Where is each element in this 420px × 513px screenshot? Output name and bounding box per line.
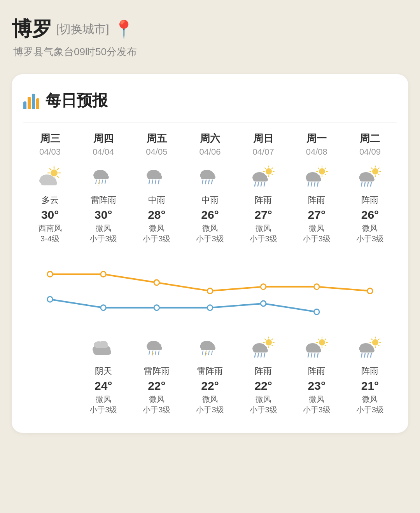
- svg-line-26: [152, 180, 153, 184]
- chart-icon: [23, 92, 39, 109]
- day-col-4: 周日 04/07 阵雨 27° 微风 小于3级: [237, 132, 290, 246]
- svg-line-118: [202, 351, 203, 355]
- svg-point-53: [319, 168, 325, 174]
- svg-line-109: [149, 351, 150, 355]
- svg-line-168: [364, 353, 365, 357]
- temp-high: 28°: [148, 208, 165, 222]
- svg-line-6: [57, 176, 58, 177]
- svg-line-66: [311, 182, 312, 186]
- temp-high: 30°: [94, 208, 112, 222]
- weather-desc-bottom: 阴天: [95, 365, 112, 377]
- svg-rect-166: [360, 349, 374, 352]
- svg-line-161: [378, 345, 379, 346]
- svg-line-34: [205, 180, 206, 184]
- svg-line-75: [378, 174, 379, 175]
- svg-line-120: [208, 351, 209, 355]
- svg-point-92: [47, 297, 52, 302]
- weather-icon-top: [145, 163, 168, 190]
- weather-icon-bottom: [305, 334, 328, 361]
- day-date: 04/06: [199, 147, 220, 161]
- location-icon[interactable]: 📍: [113, 19, 135, 39]
- svg-line-160: [371, 339, 372, 340]
- weather-icon-top: [358, 163, 382, 190]
- day-date: 04/03: [39, 147, 61, 161]
- header: 博罗 [切换城市] 📍 博罗县气象台09时50分发布: [12, 16, 408, 59]
- day-col-low-3: 阵雨 22° 微风 小于3级: [237, 332, 290, 417]
- day-col-1: 周四 04/04 雷阵雨 30° 微风 小于3级: [77, 132, 130, 246]
- wind-type-top: 微风: [256, 223, 271, 234]
- svg-line-145: [325, 345, 326, 346]
- wind-type-top: 微风: [96, 223, 111, 234]
- svg-line-84: [371, 182, 371, 186]
- svg-point-94: [154, 305, 159, 311]
- switch-city-label[interactable]: [切换城市]: [56, 21, 109, 37]
- svg-line-36: [212, 180, 212, 184]
- svg-line-33: [202, 180, 203, 184]
- wind-level-bottom: 小于3级: [89, 405, 117, 415]
- svg-point-93: [101, 305, 106, 311]
- wind-type-bottom: 微风: [202, 394, 218, 405]
- svg-line-135: [255, 353, 256, 357]
- svg-line-43: [272, 174, 273, 175]
- day-col-2: 周五 04/05 中雨 28° 微风 小于3级: [130, 132, 183, 246]
- svg-line-83: [368, 182, 368, 186]
- day-date: 04/08: [306, 147, 327, 161]
- weather-desc-bottom: 雷阵雨: [197, 365, 223, 377]
- svg-line-151: [308, 353, 309, 357]
- svg-rect-24: [147, 175, 162, 179]
- day-name: 周三: [40, 132, 60, 147]
- svg-point-86: [101, 272, 106, 277]
- weather-desc-bottom: 阵雨: [361, 365, 378, 377]
- wind-level-top: 3-4级: [40, 234, 60, 244]
- weather-icon-top: [198, 163, 222, 190]
- weather-icon-top: [38, 163, 62, 190]
- weather-desc-top: 阵雨: [255, 194, 272, 206]
- wind-type-bottom: 微风: [96, 394, 111, 405]
- svg-point-155: [372, 339, 378, 345]
- weather-desc-bottom: 雷阵雨: [144, 365, 170, 377]
- publish-info: 博罗县气象台09时50分发布: [13, 45, 408, 59]
- temp-high: 30°: [41, 208, 59, 222]
- weather-desc-top: 中雨: [148, 194, 165, 206]
- weather-icon-bottom: [358, 334, 382, 361]
- wind-level-bottom: 小于3级: [196, 405, 224, 415]
- svg-line-59: [325, 174, 326, 175]
- day-date: 04/04: [93, 147, 114, 161]
- temp-low: 22°: [254, 379, 272, 393]
- temp-high: 27°: [308, 208, 326, 222]
- svg-line-154: [317, 353, 318, 357]
- svg-line-146: [325, 339, 326, 340]
- svg-line-58: [318, 168, 319, 169]
- svg-point-37: [266, 168, 272, 174]
- svg-point-87: [154, 280, 159, 285]
- temp-high: 27°: [254, 208, 272, 222]
- city-title: 博罗 [切换城市] 📍: [12, 16, 408, 43]
- weather-icon-top: [252, 163, 275, 190]
- weather-desc-top: 阵雨: [361, 194, 378, 206]
- wind-level-bottom: 小于3级: [356, 405, 384, 415]
- svg-line-167: [361, 353, 362, 357]
- day-col-low-1: 雷阵雨 22° 微风 小于3级: [130, 332, 183, 417]
- svg-rect-48: [253, 178, 268, 181]
- day-date: 04/07: [253, 147, 274, 161]
- wind-level-top: 小于3级: [356, 234, 384, 244]
- svg-point-0: [51, 169, 58, 176]
- svg-point-123: [266, 339, 272, 345]
- svg-line-170: [371, 353, 371, 357]
- svg-point-139: [319, 339, 325, 345]
- temp-low: 22°: [201, 379, 219, 393]
- temp-low: 23°: [308, 379, 326, 393]
- svg-line-25: [149, 180, 150, 184]
- svg-rect-101: [93, 349, 111, 355]
- wind-level-top: 小于3级: [303, 234, 331, 244]
- day-name: 周四: [93, 132, 114, 147]
- svg-line-76: [378, 168, 379, 169]
- weather-desc-bottom: 阵雨: [255, 365, 272, 377]
- weather-icon-top: [92, 163, 115, 190]
- svg-line-18: [102, 180, 103, 184]
- wind-type-bottom: 微风: [149, 394, 164, 405]
- city-name: 博罗: [12, 16, 52, 43]
- card-header: 每日预报: [23, 90, 397, 111]
- days-grid-bottom: 阴天 24° 微风 小于3级 雷阵雨 22° 微风 小于3级: [23, 332, 397, 417]
- svg-line-81: [361, 182, 362, 186]
